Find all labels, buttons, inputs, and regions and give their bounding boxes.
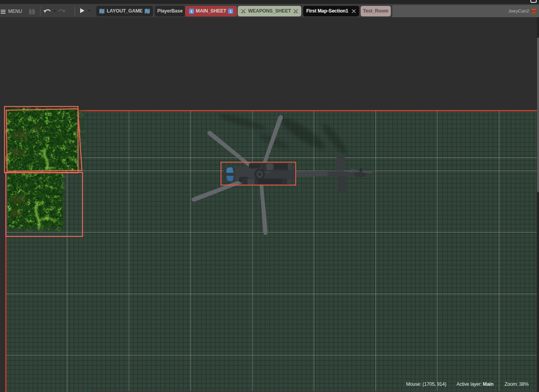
svg-text:1: 1 [190, 9, 192, 13]
svg-text:Active layer: Main: Active layer: Main [456, 381, 494, 387]
svg-text:Mouse: (1705, 914): Mouse: (1705, 914) [406, 381, 446, 387]
svg-text:1: 1 [230, 9, 232, 13]
svg-text:Zoom: 38%: Zoom: 38% [505, 381, 528, 387]
